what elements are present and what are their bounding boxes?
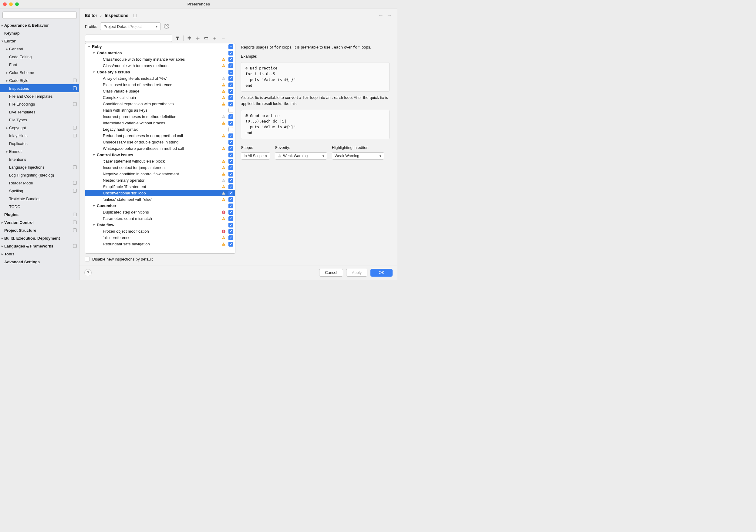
enabled-checkbox[interactable]: ✓ — [229, 184, 233, 189]
inspection-row[interactable]: Array of string literals instead of '%w'… — [85, 75, 235, 82]
sidebar-item-file-and-code-templates[interactable]: File and Code Templates — [0, 92, 79, 100]
sidebar-item-live-templates[interactable]: Live Templates — [0, 108, 79, 116]
sidebar-item-inspections[interactable]: Inspections — [0, 84, 79, 92]
ok-button[interactable]: OK — [370, 269, 392, 277]
sidebar-item-textmate-bundles[interactable]: TextMate Bundles — [0, 195, 79, 202]
collapse-all-icon[interactable] — [195, 35, 201, 41]
sidebar-item-code-style[interactable]: ▸Code Style — [0, 76, 79, 84]
enabled-checkbox[interactable] — [229, 108, 233, 113]
enabled-checkbox[interactable]: ✓ — [229, 140, 233, 145]
enabled-checkbox[interactable]: ✓ — [229, 89, 233, 94]
inspection-row[interactable]: Incorrect context for jump statement✓ — [85, 164, 235, 171]
enabled-checkbox[interactable]: ✓ — [229, 102, 233, 106]
sidebar-item-plugins[interactable]: Plugins — [0, 210, 79, 218]
enabled-checkbox[interactable]: ✓ — [229, 146, 233, 151]
sidebar-item-appearance-behavior[interactable]: ▸Appearance & Behavior — [0, 21, 79, 29]
enabled-checkbox[interactable]: ✓ — [229, 229, 233, 234]
add-icon[interactable] — [211, 35, 218, 41]
sidebar-item-general[interactable]: ▸General — [0, 45, 79, 53]
enabled-checkbox[interactable]: ✓ — [229, 83, 233, 87]
enabled-checkbox[interactable]: ✓ — [229, 197, 233, 202]
inspection-row[interactable]: ▾Code style issues− — [85, 69, 235, 75]
inspection-row[interactable]: Nested ternary operator✓ — [85, 177, 235, 183]
inspection-row[interactable]: ▾Code metrics✓ — [85, 50, 235, 56]
inspection-row[interactable]: ▾Data flow✓ — [85, 222, 235, 228]
enabled-checkbox[interactable]: ✓ — [229, 165, 233, 170]
inspection-row[interactable]: ▾Control flow issues✓ — [85, 152, 235, 158]
enabled-checkbox[interactable]: ✓ — [229, 114, 233, 119]
inspection-row[interactable]: Parameters count mismatch✓ — [85, 215, 235, 222]
sidebar-item-editor[interactable]: ▾Editor — [0, 37, 79, 45]
enabled-checkbox[interactable]: ✓ — [229, 242, 233, 247]
enabled-checkbox[interactable]: ✓ — [229, 51, 233, 56]
inspection-tree[interactable]: ▾Ruby−▾Code metrics✓Class/module with to… — [85, 43, 235, 253]
sidebar-item-duplicates[interactable]: Duplicates — [0, 140, 79, 147]
inspection-row[interactable]: Conditional expression with parentheses✓ — [85, 101, 235, 107]
inspection-row[interactable]: Unconventional 'for' loop✓ — [85, 190, 235, 196]
sidebar-item-font[interactable]: Font — [0, 61, 79, 68]
profile-select[interactable]: Project Default Project ▼ — [100, 22, 161, 30]
sidebar-item-advanced-settings[interactable]: Advanced Settings — [0, 258, 79, 266]
scope-select[interactable]: In All Scopes ▼ — [241, 152, 270, 160]
sidebar-item-code-editing[interactable]: Code Editing — [0, 53, 79, 61]
enabled-checkbox[interactable]: ✓ — [229, 216, 233, 221]
close-window-icon[interactable] — [3, 2, 7, 6]
sidebar-search-input[interactable] — [2, 12, 77, 19]
minimize-window-icon[interactable] — [9, 2, 13, 6]
enabled-checkbox[interactable]: ✓ — [229, 159, 233, 164]
inspection-search-input[interactable] — [85, 35, 172, 42]
enabled-checkbox[interactable]: ✓ — [229, 178, 233, 183]
enabled-checkbox[interactable]: ✓ — [229, 191, 233, 196]
inspection-row[interactable]: Complex call chain✓ — [85, 94, 235, 101]
inspection-row[interactable]: Legacy hash syntax — [85, 126, 235, 133]
enabled-checkbox[interactable] — [229, 127, 233, 132]
inspection-row[interactable]: Redundant parentheses in no-arg method c… — [85, 133, 235, 139]
inspection-row[interactable]: 'nil' dereference✓ — [85, 234, 235, 241]
enabled-checkbox[interactable]: ✓ — [229, 121, 233, 125]
nav-forward-icon[interactable]: → — [387, 13, 392, 19]
inspection-row[interactable]: Block used instead of method reference✓ — [85, 82, 235, 88]
sidebar-item-inlay-hints[interactable]: Inlay Hints — [0, 132, 79, 140]
enabled-checkbox[interactable]: − — [229, 44, 233, 49]
inspection-row[interactable]: ▾Ruby− — [85, 43, 235, 50]
inspection-row[interactable]: Unnecessary use of double quotes in stri… — [85, 139, 235, 145]
sidebar-item-log-highlighting-ideolog-[interactable]: Log Highlighting (Ideolog) — [0, 171, 79, 179]
inspection-row[interactable]: Simplifiable 'if' statement✓ — [85, 183, 235, 190]
sidebar-item-emmet[interactable]: ▸Emmet — [0, 147, 79, 155]
apply-button[interactable]: Apply — [346, 269, 368, 277]
sidebar-item-language-injections[interactable]: Language Injections — [0, 163, 79, 171]
inspection-row[interactable]: Negative condition in control flow state… — [85, 171, 235, 177]
inspection-row[interactable]: ▾Cucumber✓ — [85, 202, 235, 209]
inspection-row[interactable]: Duplicated step definitions✓ — [85, 209, 235, 215]
inspection-row[interactable]: Class/module with too many methods✓ — [85, 63, 235, 69]
cancel-button[interactable]: Cancel — [319, 269, 343, 277]
help-button[interactable]: ? — [84, 269, 92, 276]
enabled-checkbox[interactable]: ✓ — [229, 57, 233, 62]
nav-back-icon[interactable]: ← — [378, 13, 384, 19]
enabled-checkbox[interactable]: ✓ — [229, 172, 233, 176]
sidebar-item-file-types[interactable]: File Types — [0, 116, 79, 124]
disable-checkbox[interactable] — [85, 256, 90, 261]
reset-icon[interactable] — [203, 35, 210, 41]
inspection-row[interactable]: Interpolated variable without braces✓ — [85, 120, 235, 126]
highlight-select[interactable]: Weak Warning ▼ — [332, 152, 384, 160]
inspection-row[interactable]: Whitespace before parentheses in method … — [85, 145, 235, 152]
enabled-checkbox[interactable]: ✓ — [229, 223, 233, 227]
sidebar-item-languages-frameworks[interactable]: ▸Languages & Frameworks — [0, 242, 79, 250]
sidebar-item-color-scheme[interactable]: ▸Color Scheme — [0, 68, 79, 76]
inspection-row[interactable]: Frozen object modification✓ — [85, 228, 235, 234]
severity-select[interactable]: Weak Warning ▼ — [275, 152, 327, 160]
inspection-row[interactable]: 'case' statement without 'else' block✓ — [85, 158, 235, 164]
sidebar-item-intentions[interactable]: Intentions — [0, 155, 79, 163]
inspection-row[interactable]: Class variable usage✓ — [85, 88, 235, 94]
inspection-row[interactable]: Hash with strings as keys — [85, 107, 235, 114]
sidebar-item-reader-mode[interactable]: Reader Mode — [0, 179, 79, 187]
sidebar-item-copyright[interactable]: ▸Copyright — [0, 124, 79, 132]
inspection-row[interactable]: Incorrect parentheses in method definiti… — [85, 114, 235, 120]
enabled-checkbox[interactable]: ✓ — [229, 152, 233, 157]
zoom-window-icon[interactable] — [15, 2, 19, 6]
enabled-checkbox[interactable]: ✓ — [229, 95, 233, 100]
enabled-checkbox[interactable]: ✓ — [229, 76, 233, 81]
inspection-row[interactable]: Redundant safe navigation✓ — [85, 241, 235, 247]
inspection-row[interactable]: 'unless' statement with 'else'✓ — [85, 196, 235, 202]
